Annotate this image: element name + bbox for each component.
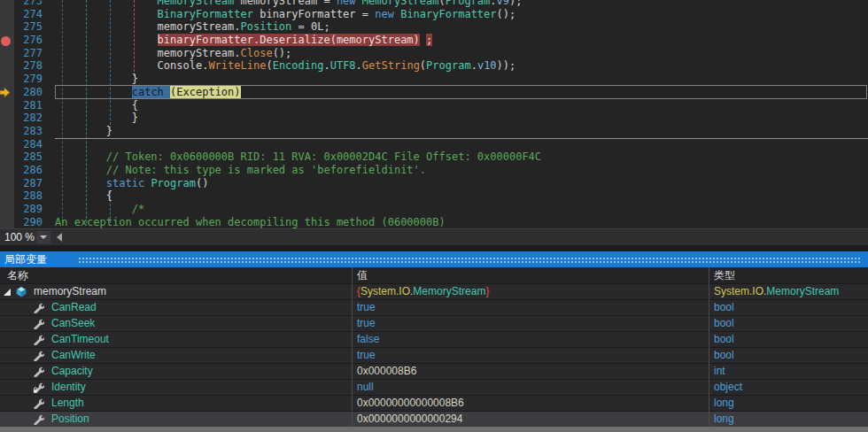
variable-value: 0x000008B6	[352, 364, 709, 379]
table-row[interactable]: CanSeektruebool	[0, 315, 868, 331]
table-row[interactable]: CanReadtruebool	[0, 299, 868, 315]
column-header-name[interactable]: 名称	[0, 267, 352, 283]
code-line[interactable]: 282 }	[0, 112, 868, 125]
line-number[interactable]: 280	[14, 86, 43, 99]
code-text: {	[55, 189, 112, 202]
table-row[interactable]: Length0x00000000000008B6long	[0, 395, 868, 411]
code-text: BinaryFormatter binaryFormatter = new Bi…	[55, 8, 515, 20]
code-line[interactable]: 280 catch (Exception)	[0, 86, 868, 99]
wrench-icon	[33, 366, 44, 377]
code-line[interactable]: 274 BinaryFormatter binaryFormatter = ne…	[0, 8, 868, 21]
variable-type: long	[709, 396, 868, 411]
code-line[interactable]: 284	[0, 138, 868, 151]
variable-type: bool	[709, 348, 868, 363]
variable-value: 0x00000000000008B6	[352, 396, 709, 411]
code-line[interactable]: 279 }	[0, 73, 868, 86]
variable-type: int	[709, 364, 868, 379]
variable-value: 0x0000000000000294	[352, 412, 709, 427]
code-text: Console.WriteLine(Encoding.UTF8.GetStrin…	[55, 59, 515, 72]
line-number[interactable]: 288	[14, 189, 43, 203]
table-row[interactable]: CanTimeoutfalsebool	[0, 331, 868, 347]
code-text: /*	[55, 203, 144, 215]
line-number[interactable]: 289	[14, 203, 43, 216]
zoom-level-value[interactable]: 100 %	[4, 229, 35, 245]
code-line[interactable]: 278 Console.WriteLine(Encoding.UTF8.GetS…	[0, 59, 868, 73]
breakpoint-icon[interactable]	[1, 36, 11, 46]
table-row[interactable]: Position0x0000000000000294long	[0, 411, 868, 427]
locals-panel-titlebar[interactable]: 局部变量	[0, 251, 868, 267]
line-number[interactable]: 290	[14, 216, 43, 228]
table-row[interactable]: Capacity0x000008B6int	[0, 363, 868, 379]
line-number[interactable]: 274	[14, 8, 43, 21]
variable-value: true	[352, 348, 709, 363]
zoom-dropdown-button[interactable]	[36, 231, 50, 243]
column-divider[interactable]	[709, 267, 709, 432]
line-number[interactable]: 277	[14, 47, 43, 60]
code-text: }	[55, 73, 138, 85]
code-line[interactable]: 277 memoryStream.Close();	[0, 47, 868, 60]
code-text: memoryStream.Position = 0L;	[55, 20, 330, 33]
line-number[interactable]: 281	[14, 99, 43, 112]
column-divider[interactable]	[352, 267, 353, 432]
locals-table-body: memoryStream{System.IO.MemoryStream}Syst…	[0, 283, 868, 427]
variable-name: Position	[51, 412, 89, 427]
variable-name: CanSeek	[51, 316, 95, 331]
code-text: MemoryStream memoryStream = new MemorySt…	[55, 0, 522, 7]
code-text: static Program()	[55, 177, 208, 189]
line-number[interactable]: 286	[14, 164, 43, 177]
wrench-icon	[33, 397, 44, 409]
editor-bottom-bar: 100 %	[0, 228, 868, 245]
code-text: }	[55, 125, 112, 137]
expander-icon[interactable]	[3, 288, 12, 297]
line-number[interactable]: 283	[14, 125, 43, 138]
variable-name: Length	[51, 396, 84, 411]
line-number[interactable]: 276	[14, 34, 43, 47]
wrench-icon	[33, 334, 44, 345]
line-number[interactable]: 287	[14, 177, 43, 190]
variable-type: object	[709, 380, 868, 395]
code-line[interactable]: 281 {	[0, 99, 868, 112]
code-line[interactable]: 287 static Program()	[0, 177, 868, 190]
wrench-icon	[33, 318, 44, 329]
variable-name: CanRead	[51, 300, 97, 315]
code-text: // Note: this type is marked as 'beforef…	[55, 164, 426, 176]
variable-name: CanTimeout	[51, 332, 109, 347]
code-line[interactable]: 285 // Token: 0x0600000B RID: 11 RVA: 0x…	[0, 150, 868, 164]
code-line[interactable]: 276 binaryFormatter.Deserialize(memorySt…	[0, 34, 868, 47]
locals-panel-title: 局部变量	[4, 251, 47, 267]
column-header-value[interactable]: 值	[352, 267, 709, 283]
locals-scrollbar[interactable]	[0, 427, 868, 432]
variable-type: long	[709, 412, 868, 427]
table-row[interactable]: Identitynullobject	[0, 379, 868, 395]
line-number[interactable]: 284	[14, 138, 43, 151]
line-number[interactable]: 275	[14, 20, 43, 34]
wrench-icon	[33, 413, 44, 425]
line-number[interactable]: 279	[14, 73, 43, 86]
code-text: {	[55, 99, 138, 112]
variable-type: System.IO.MemoryStream	[709, 284, 868, 299]
code-editor[interactable]: 273 MemoryStream memoryStream = new Memo…	[0, 0, 868, 228]
titlebar-drag-handle	[78, 257, 861, 263]
variable-name: CanWrite	[51, 348, 96, 363]
scroll-left-arrow-icon[interactable]	[57, 233, 62, 242]
line-number[interactable]: 285	[14, 150, 43, 164]
column-header-type[interactable]: 类型	[709, 267, 868, 283]
code-line[interactable]: 273 MemoryStream memoryStream = new Memo…	[0, 0, 868, 8]
code-line[interactable]: 283 }	[0, 125, 868, 138]
table-row[interactable]: CanWritetruebool	[0, 347, 868, 363]
code-line[interactable]: 290An exception occurred when decompilin…	[0, 216, 868, 228]
variable-value: false	[352, 332, 709, 347]
line-number[interactable]: 282	[14, 112, 43, 125]
code-text: binaryFormatter.Deserialize(memoryStream…	[55, 34, 432, 46]
current-statement-box	[55, 85, 867, 99]
line-number[interactable]: 273	[14, 0, 43, 8]
table-row[interactable]: memoryStream{System.IO.MemoryStream}Syst…	[0, 283, 868, 299]
wrench-icon	[33, 350, 44, 361]
code-line[interactable]: 275 memoryStream.Position = 0L;	[0, 20, 868, 34]
locals-table: 名称 值 类型 memoryStream{System.IO.MemoryStr…	[0, 267, 868, 432]
code-line[interactable]: 289 /*	[0, 203, 868, 216]
code-line[interactable]: 286 // Note: this type is marked as 'bef…	[0, 164, 868, 177]
line-number[interactable]: 278	[14, 59, 43, 73]
code-line[interactable]: 288 {	[0, 189, 868, 203]
variable-name: Capacity	[51, 364, 93, 379]
